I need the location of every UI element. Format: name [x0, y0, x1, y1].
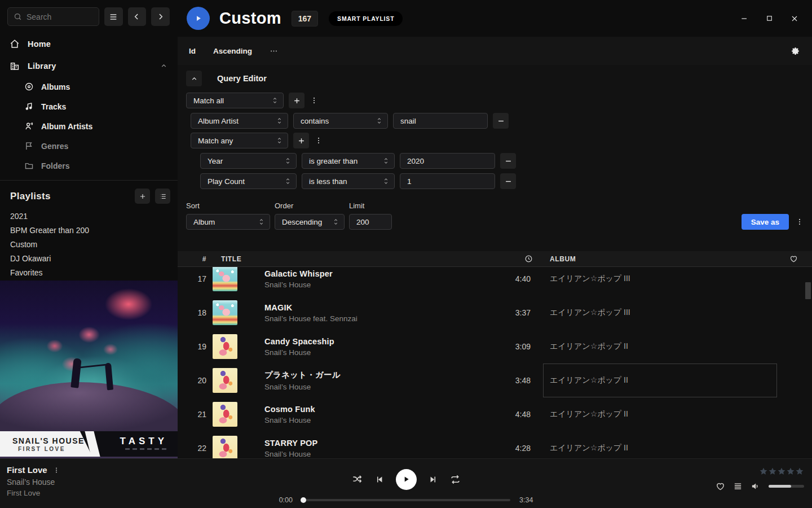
select-arrows-icon	[272, 97, 278, 104]
rule-operator-select[interactable]: is less than	[302, 173, 395, 189]
order-select[interactable]: Descending	[275, 214, 345, 230]
remove-rule-button[interactable]	[500, 153, 516, 169]
track-album[interactable]: エイリアン☆ポップ II	[537, 409, 628, 419]
track-options-icon[interactable]	[53, 466, 60, 474]
sort-direction-button[interactable]: Ascending	[213, 47, 252, 55]
now-playing-artist[interactable]: Snail’s House	[7, 478, 60, 487]
close-button[interactable]	[790, 14, 799, 23]
track-album[interactable]: エイリアン☆ポップ III	[537, 274, 630, 284]
rule-field-select[interactable]: Year	[200, 153, 297, 169]
column-favorite[interactable]	[783, 255, 812, 263]
add-playlist-button[interactable]	[135, 189, 150, 204]
star-icon[interactable]	[759, 467, 768, 476]
maximize-button[interactable]	[765, 14, 774, 23]
table-row[interactable]: 19 Candy Spaceship Snail’s House 3:09 エイ…	[178, 330, 812, 364]
sidebar-item-home[interactable]: Home	[0, 33, 178, 55]
sidebar-item-album-artists[interactable]: Album Artists	[0, 116, 178, 136]
search-input[interactable]	[27, 12, 89, 21]
match-type-select[interactable]: Match any	[191, 133, 288, 148]
rule-operator-select[interactable]: is greater than	[302, 153, 395, 169]
table-row[interactable]: 20 プラネット・ガール Snail’s House 3:48 エイリアン☆ポッ…	[178, 364, 812, 397]
rule-value-input[interactable]	[400, 153, 495, 169]
track-artist: Snail’s House	[264, 281, 486, 289]
nav-back-button[interactable]	[128, 7, 147, 26]
table-row[interactable]: 18 MAGIK Snail’s House feat. Sennzai 3:3…	[178, 296, 812, 330]
playlist-list-button[interactable]	[155, 189, 170, 204]
playlist-item[interactable]: DJ Okawari	[0, 252, 178, 266]
remove-rule-button[interactable]	[500, 173, 516, 189]
rule-operator-select[interactable]: contains	[293, 113, 388, 129]
star-icon[interactable]	[786, 467, 795, 476]
volume-button[interactable]	[751, 481, 760, 491]
collapse-query-editor-button[interactable]	[186, 71, 202, 86]
repeat-icon	[450, 474, 461, 485]
add-rule-button[interactable]	[289, 93, 304, 108]
artist-icon	[24, 121, 34, 131]
rule-field-select[interactable]: Play Count	[200, 173, 297, 189]
rule-value-input[interactable]	[400, 173, 495, 189]
shuffle-button[interactable]	[352, 474, 363, 485]
repeat-button[interactable]	[450, 474, 461, 485]
column-duration[interactable]	[486, 255, 537, 263]
track-number: 22	[178, 444, 213, 453]
seek-handle[interactable]	[301, 497, 306, 503]
sidebar-item-tracks[interactable]: Tracks	[0, 97, 178, 116]
search-box[interactable]	[7, 7, 99, 26]
playlist-item[interactable]: Favorites	[0, 266, 178, 280]
save-as-button[interactable]: Save as	[742, 214, 789, 230]
add-rule-button[interactable]	[293, 133, 309, 148]
table-row[interactable]: 22 STARRY POP Snail’s House 4:28 エイリアン☆ポ…	[178, 431, 812, 458]
play-playlist-button[interactable]	[187, 7, 210, 30]
sidebar-item-genres[interactable]: Genres	[0, 136, 178, 156]
plus-icon	[139, 192, 147, 200]
previous-track-button[interactable]	[374, 475, 384, 484]
limit-input[interactable]	[349, 214, 392, 230]
volume-slider[interactable]	[769, 485, 804, 488]
nav-forward-button[interactable]	[151, 7, 170, 26]
now-playing-title[interactable]: First Love	[7, 465, 47, 475]
rule-value-input[interactable]	[393, 113, 488, 129]
sort-select[interactable]: Album	[186, 214, 270, 230]
sort-field-button[interactable]: Id	[189, 47, 196, 55]
favorite-button[interactable]	[716, 481, 725, 491]
group-options-icon[interactable]	[314, 133, 323, 148]
playlist-item[interactable]: 2021	[0, 209, 178, 224]
table-row[interactable]: 21 Cosmo Funk Snail’s House 4:48 エイリアン☆ポ…	[178, 397, 812, 431]
play-pause-button[interactable]	[396, 469, 417, 490]
column-index[interactable]: #	[178, 255, 213, 263]
now-playing-album[interactable]: First Love	[7, 489, 60, 497]
track-album[interactable]: エイリアン☆ポップ II	[537, 341, 628, 352]
track-album[interactable]: エイリアン☆ポップ II	[537, 443, 628, 453]
sidebar-item-library[interactable]: Library	[0, 55, 178, 77]
playlist-item[interactable]: BPM Greater than 200	[0, 224, 178, 238]
match-type-select[interactable]: Match all	[186, 93, 284, 108]
star-icon[interactable]	[777, 467, 786, 476]
star-icon[interactable]	[768, 467, 777, 476]
seek-bar[interactable]	[302, 499, 510, 501]
sidebar-item-albums[interactable]: Albums	[0, 77, 178, 97]
gear-icon[interactable]	[791, 46, 800, 56]
more-options-icon[interactable]	[270, 47, 278, 55]
queue-button[interactable]	[733, 481, 743, 491]
remove-rule-button[interactable]	[493, 113, 509, 129]
chevron-up-icon[interactable]	[160, 62, 167, 69]
scrollbar-thumb[interactable]	[805, 282, 811, 299]
next-track-button[interactable]	[429, 475, 438, 484]
rule-field-select[interactable]: Album Artist	[191, 113, 288, 129]
track-album[interactable]: エイリアン☆ポップ II	[537, 375, 628, 386]
column-album[interactable]: ALBUM	[537, 255, 783, 263]
query-root-group-row: Match all	[184, 93, 805, 108]
star-icon[interactable]	[795, 467, 804, 476]
track-title: プラネット・ガール	[264, 370, 486, 380]
menu-button[interactable]	[104, 7, 123, 26]
track-cover-art	[213, 436, 237, 458]
table-row[interactable]: 17 Galactic Whisper Snail’s House 4:40 エ…	[178, 267, 812, 296]
track-album[interactable]: エイリアン☆ポップ III	[537, 308, 630, 318]
minimize-button[interactable]	[740, 14, 749, 23]
column-title[interactable]: TITLE	[213, 255, 486, 263]
save-options-icon[interactable]	[794, 214, 805, 230]
sidebar-item-folders[interactable]: Folders	[0, 156, 178, 176]
group-options-icon[interactable]	[310, 93, 319, 108]
now-playing-album-art[interactable]: SNAIL'S HOUSE FIRST LOVE TASTY	[0, 281, 178, 458]
playlist-item[interactable]: Custom	[0, 238, 178, 252]
